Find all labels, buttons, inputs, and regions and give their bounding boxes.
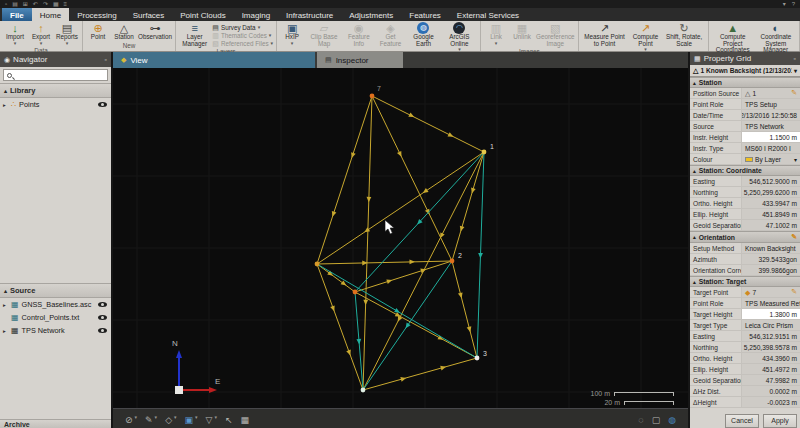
property-value[interactable]: TPS Measured Reflector [742, 298, 800, 308]
layer-manager-button[interactable]: ≡Layer Manager [179, 22, 210, 47]
eye-visibility-icon[interactable] [98, 328, 107, 333]
property-value[interactable]: 546,512.9000 m [742, 176, 800, 186]
tab-home[interactable]: Home [32, 8, 69, 21]
tab-features[interactable]: Features [401, 8, 449, 21]
property-value[interactable]: 1.3800 m [742, 309, 800, 319]
property-value[interactable]: 451.8949 m [742, 209, 800, 219]
apply-button[interactable]: Apply [763, 414, 797, 428]
referenced-files-button[interactable]: ▧Referenced Files▾ [212, 40, 273, 47]
filter-button[interactable]: ▽▾ [206, 415, 217, 425]
hxip-button[interactable]: ▣HxIP▾ [280, 22, 304, 46]
property-value[interactable]: By Layer▾ [742, 154, 800, 164]
property-value[interactable]: △1✎ [742, 88, 800, 98]
tree-item-control-points-txt[interactable]: ▦Control_Points.txt [0, 311, 111, 324]
pin-icon[interactable]: ▫ [794, 55, 796, 62]
property-section-orientation[interactable]: ▴Orientation✎ [690, 231, 800, 243]
thematic-codes-button[interactable]: ▥Thematic Codes▾ [212, 32, 273, 39]
shift-rotate-scale-button[interactable]: ↻Shift, Rotate, Scale [663, 22, 704, 47]
tree-item-points[interactable]: ▸∴Points [0, 98, 111, 111]
property-value[interactable]: 47.9982 m [742, 375, 800, 385]
expander-icon[interactable]: ▸ [3, 302, 8, 308]
station-button[interactable]: △Station [112, 22, 136, 41]
expander-icon[interactable]: ▸ [3, 102, 8, 108]
import-button[interactable]: ↓Import▾ [3, 22, 27, 46]
georeference-image-button[interactable]: ▧Georeference Image [536, 22, 575, 47]
measure-point-to-point-button[interactable]: ↗Measure Point to Point [582, 22, 628, 47]
cancel-button[interactable]: Cancel [725, 414, 759, 428]
arcgis-online-button[interactable]: ◠ArcGIS Online▾ [442, 22, 477, 52]
tab-file[interactable]: File [2, 8, 32, 21]
archive-section-header[interactable]: Archive [0, 419, 111, 428]
quick-access-icon[interactable]: ≡ [64, 1, 68, 7]
quick-access-icon[interactable]: ▫ [5, 1, 7, 7]
property-section-station[interactable]: ▴Station [690, 77, 800, 88]
property-value[interactable]: 433.9947 m [742, 198, 800, 208]
unlink-button[interactable]: ▦Unlink [510, 22, 534, 41]
tab-imaging[interactable]: Imaging [234, 8, 278, 21]
expander-icon[interactable]: ▸ [3, 328, 8, 334]
google-earth-button[interactable]: ◍Google Earth [407, 22, 440, 47]
edit-pencil-icon[interactable]: ✎ [791, 89, 797, 97]
edit-pencil-icon[interactable]: ✎ [791, 288, 797, 296]
property-value[interactable]: 546,312.9151 m [742, 331, 800, 341]
property-value[interactable]: 5,250,398.9578 m [742, 342, 800, 352]
display-mode-button[interactable]: ▣▾ [185, 415, 198, 425]
property-value[interactable]: -0.0023 m [742, 397, 800, 407]
property-value[interactable]: 1.1500 m [742, 132, 800, 142]
property-section-station-coordinate[interactable]: ▴Station: Coordinate [690, 165, 800, 176]
edit-pencil-icon[interactable]: ✎ [791, 233, 797, 241]
zoom-tool-button[interactable]: ◌ [638, 415, 643, 425]
pointer-button[interactable]: ↖ [225, 415, 233, 425]
tree-item-gnss-baselines-asc[interactable]: ▸▦GNSS_Baselines.asc [0, 298, 111, 311]
quick-access-icon[interactable]: ⊞ [23, 1, 28, 7]
feature-info-button[interactable]: ◉Feature Info [344, 22, 374, 47]
property-value[interactable]: 5,250,299.6200 m [742, 187, 800, 197]
property-value[interactable]: 399.9866gon [742, 265, 800, 275]
view-tab-inspector[interactable]: ▤Inspector [317, 52, 403, 68]
draw-mode-button[interactable]: ✎▾ [145, 415, 157, 425]
eye-visibility-icon[interactable] [98, 102, 107, 107]
tab-processing[interactable]: Processing [69, 8, 125, 21]
window-control-icon[interactable]: ▾ [783, 1, 786, 7]
property-section-station-target[interactable]: ▴Station: Target [690, 276, 800, 287]
property-value[interactable]: TPS Network [742, 121, 800, 131]
property-value[interactable]: TPS Setup [742, 99, 800, 109]
view-settings-button[interactable]: ◍ [668, 415, 676, 425]
property-value[interactable]: 12/13/2016 12:50:58 [742, 110, 800, 120]
view-tab-view[interactable]: ◆View [113, 52, 315, 68]
section-header-source[interactable]: ▴Source [0, 283, 111, 298]
property-value[interactable]: ◆7✎ [742, 287, 800, 297]
property-value[interactable]: Known Backsight [742, 243, 800, 253]
compute-project-coordinates-button[interactable]: ▲Compute Project Coordinates [712, 22, 754, 54]
quick-access-icon[interactable]: ▤ [12, 1, 18, 7]
point-button[interactable]: ⊕Point [86, 22, 110, 41]
get-feature-button[interactable]: ◈Get Feature [376, 22, 405, 47]
quick-access-icon[interactable]: ▦ [53, 1, 59, 7]
pin-icon[interactable]: ▫ [105, 56, 107, 63]
station-selector[interactable]: △ 1 Known Backsight (12/13/2016 12:50:5 … [690, 65, 800, 77]
quick-access-icon[interactable]: ↶ [33, 1, 38, 7]
tab-infrastructure[interactable]: Infrastructure [278, 8, 341, 21]
property-value[interactable]: 434.3960 m [742, 353, 800, 363]
reports-button[interactable]: ▤Reports▾ [55, 22, 79, 46]
property-value[interactable]: MS60 I R2000 I [742, 143, 800, 153]
navigator-search[interactable] [3, 69, 108, 81]
eye-visibility-icon[interactable] [98, 315, 107, 320]
eye-visibility-icon[interactable] [98, 302, 107, 307]
tab-surfaces[interactable]: Surfaces [125, 8, 173, 21]
pan-tool-button[interactable]: ▢ [652, 415, 661, 425]
export-button[interactable]: ↑Export▾ [29, 22, 53, 46]
compute-point-button[interactable]: ↗Compute Point▾ [630, 22, 662, 52]
tab-adjustments[interactable]: Adjustments [341, 8, 401, 21]
property-value[interactable]: 0.0002 m [742, 386, 800, 396]
link-button[interactable]: ▥Link▾ [484, 22, 508, 46]
property-value[interactable]: 47.1002 m [742, 220, 800, 230]
tab-point-clouds[interactable]: Point Clouds [172, 8, 233, 21]
canvas-area[interactable]: 1237 N E 100 m20 m [113, 68, 688, 408]
survey-data-button[interactable]: ▤Survey Data▾ [212, 24, 273, 31]
property-value[interactable]: 451.4972 m [742, 364, 800, 374]
grid-toggle-button[interactable]: ▦ [241, 415, 250, 425]
coordinate-system-manager-button[interactable]: ◐Coordinate System Manager [756, 22, 796, 54]
tab-external-services[interactable]: External Services [449, 8, 527, 21]
search-input[interactable] [15, 72, 104, 79]
